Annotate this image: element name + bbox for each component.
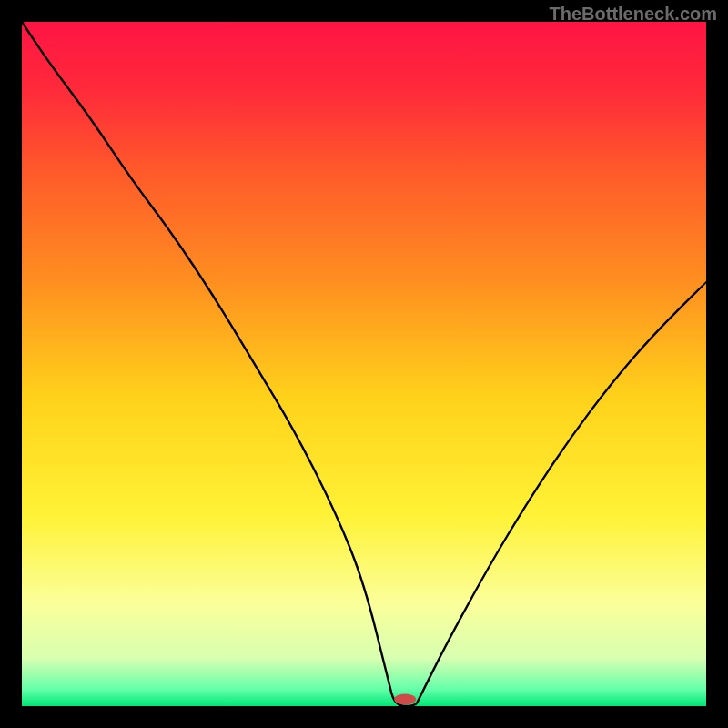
chart-container: TheBottleneck.com [0,0,728,728]
optimal-marker [394,693,416,704]
plot-area [22,22,706,706]
bottleneck-chart [0,0,728,728]
